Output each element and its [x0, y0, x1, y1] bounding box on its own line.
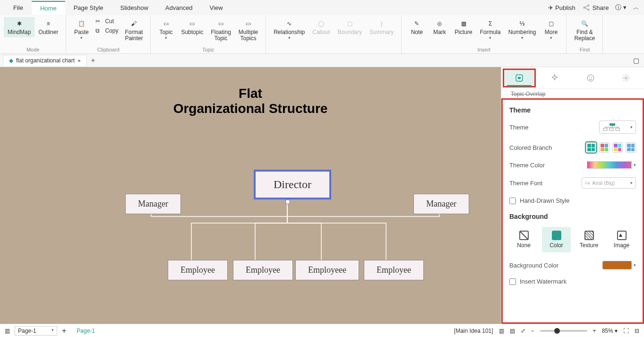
- view-mode-2[interactable]: ▤: [510, 328, 515, 334]
- node-employee-1[interactable]: Employee: [168, 260, 228, 280]
- svg-point-7: [591, 77, 592, 78]
- branch-swatch-3[interactable]: [612, 142, 623, 153]
- theme-color-dropdown[interactable]: ▾: [634, 163, 636, 167]
- share-button[interactable]: Share: [582, 3, 609, 12]
- ribbon: ✱MindMap ≡Outliner Mode 📋Paste▾ ✂Cut ⧉Co…: [0, 15, 644, 54]
- bg-none[interactable]: None: [509, 227, 538, 252]
- copy-button[interactable]: ⧉Copy: [93, 26, 121, 35]
- page-grid-icon[interactable]: ▥: [5, 328, 10, 334]
- node-handle[interactable]: [285, 199, 290, 204]
- relationship-button[interactable]: ∿Relationship▾: [270, 17, 309, 42]
- boundary-button[interactable]: ▢Boundary: [334, 17, 366, 37]
- zoom-out[interactable]: −: [531, 328, 534, 334]
- numbering-button[interactable]: ⅓Numbering▾: [505, 17, 540, 42]
- topic-button[interactable]: ▭Topic▾: [155, 17, 177, 42]
- note-button[interactable]: ✎Note: [405, 17, 428, 37]
- gear-icon: [622, 74, 630, 82]
- fullscreen-button[interactable]: ⛶: [623, 328, 629, 334]
- mindmap-icon: ✱: [15, 19, 24, 28]
- paste-button[interactable]: 📋Paste▾: [70, 17, 93, 42]
- branch-swatch-4[interactable]: [626, 142, 636, 153]
- new-tab-button[interactable]: +: [91, 56, 95, 65]
- fit-button[interactable]: ⤢: [521, 328, 525, 334]
- page-tab[interactable]: Page-1: [71, 328, 101, 334]
- callout-button[interactable]: ◯Callout: [309, 17, 334, 37]
- watermark-checkbox[interactable]: Insert Watermark: [509, 278, 636, 285]
- formula-button[interactable]: ΣFormula▾: [476, 17, 505, 42]
- numbering-icon: ⅓: [517, 19, 527, 28]
- branch-swatch-1[interactable]: [586, 142, 596, 153]
- side-tab-page[interactable]: [503, 69, 536, 87]
- node-employee-4[interactable]: Employee: [364, 260, 424, 280]
- theme-font-select[interactable]: AaArial (Big)▾: [582, 177, 636, 189]
- side-tab-icons[interactable]: [574, 69, 607, 87]
- node-employee-2[interactable]: Employee: [233, 260, 293, 280]
- theme-select[interactable]: ▾: [599, 121, 636, 134]
- svg-rect-12: [616, 128, 619, 130]
- picture-button[interactable]: ▦Picture: [451, 17, 476, 37]
- outliner-button[interactable]: ≡Outliner: [34, 17, 62, 37]
- format-painter-button[interactable]: 🖌Format Painter: [121, 17, 146, 43]
- summary-button[interactable]: }Summary: [366, 17, 397, 37]
- brush-icon: 🖌: [129, 19, 138, 28]
- svg-rect-9: [610, 123, 615, 126]
- subtopic-icon: ▭: [188, 19, 197, 28]
- side-tab-ai[interactable]: [538, 69, 571, 87]
- color-icon: [552, 231, 561, 240]
- formula-icon: Σ: [486, 19, 495, 28]
- mode-group-label: Mode: [4, 46, 62, 52]
- mindmap-button[interactable]: ✱MindMap: [4, 17, 34, 37]
- bg-color-swatch[interactable]: [602, 261, 632, 269]
- collapse-panel-button[interactable]: ⊟: [635, 328, 639, 334]
- mark-button[interactable]: ◎Mark: [428, 17, 451, 37]
- svg-point-8: [625, 77, 627, 79]
- theme-font-label: Theme Font: [509, 180, 582, 187]
- branch-swatch-2[interactable]: [599, 142, 610, 153]
- page-select[interactable]: Page-1▾: [15, 326, 57, 336]
- bg-color[interactable]: Color: [542, 227, 571, 252]
- menu-home[interactable]: Home: [32, 1, 65, 15]
- cut-button[interactable]: ✂Cut: [93, 17, 121, 26]
- menu-file[interactable]: File: [5, 1, 32, 14]
- background-options: None Color Texture ▲Image: [509, 227, 636, 252]
- panel-toggle[interactable]: ▢: [633, 57, 639, 64]
- multiple-topics-button[interactable]: ▭Multiple Topics: [235, 17, 262, 43]
- bg-texture[interactable]: Texture: [575, 227, 603, 252]
- publish-button[interactable]: ✈ Publish: [548, 4, 575, 11]
- zoom-slider[interactable]: [540, 330, 587, 332]
- bg-image[interactable]: ▲Image: [607, 227, 636, 252]
- document-tab[interactable]: ◆ flat organizational chart ●: [3, 55, 87, 66]
- add-page-button[interactable]: +: [62, 327, 66, 335]
- zoom-level[interactable]: 85% ▾: [602, 328, 618, 334]
- theme-color-strip[interactable]: [587, 161, 632, 169]
- bg-color-label: Background Color: [509, 262, 602, 269]
- find-replace-button[interactable]: 🔍Find & Replace: [570, 17, 599, 43]
- topic-group-label: Topic: [155, 46, 262, 52]
- view-mode-1[interactable]: ▥: [499, 328, 504, 334]
- menu-advanced[interactable]: Advanced: [157, 1, 201, 14]
- menu-pagestyle[interactable]: Page Style: [65, 1, 112, 14]
- zoom-in[interactable]: +: [593, 328, 596, 334]
- boundary-icon: ▢: [345, 19, 354, 28]
- node-employee-3[interactable]: Employeee: [295, 260, 359, 280]
- doc-dirty-dot: ●: [77, 57, 81, 64]
- hand-drawn-checkbox[interactable]: Hand-Drawn Style: [509, 197, 636, 204]
- menu-view[interactable]: View: [201, 1, 232, 14]
- relationship-icon: ∿: [284, 19, 294, 28]
- more-button[interactable]: ▢More▾: [540, 17, 562, 42]
- menu-bar: File Home Page Style Slideshow Advanced …: [0, 0, 644, 15]
- menu-slideshow[interactable]: Slideshow: [112, 1, 157, 14]
- collapse-ribbon[interactable]: ︿: [633, 3, 639, 12]
- subtopic-button[interactable]: ▭Subtopic: [177, 17, 207, 37]
- side-tabs: [501, 67, 644, 89]
- floating-topic-button[interactable]: ▭Floating Topic: [207, 17, 235, 43]
- side-tab-settings[interactable]: [610, 69, 643, 87]
- hand-drawn-input[interactable]: [509, 198, 516, 204]
- canvas[interactable]: Flat Organizational Structure Director M…: [0, 67, 501, 324]
- node-manager-1[interactable]: Manager: [125, 194, 181, 214]
- node-director[interactable]: Director: [255, 171, 330, 198]
- node-manager-2[interactable]: Manager: [413, 194, 469, 214]
- help-button[interactable]: ⓘ ▾: [615, 3, 627, 12]
- watermark-input[interactable]: [509, 278, 516, 285]
- bg-color-dropdown[interactable]: ▾: [634, 263, 636, 268]
